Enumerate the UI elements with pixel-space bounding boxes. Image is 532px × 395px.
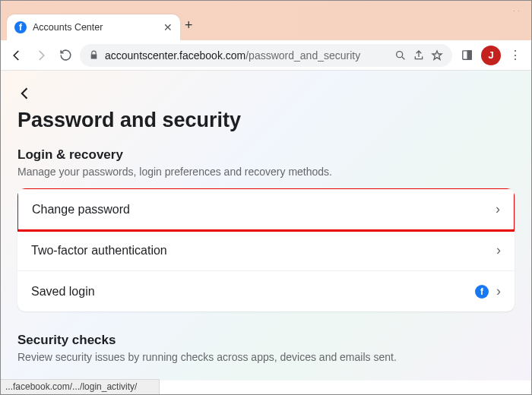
extensions-icon[interactable] <box>457 46 477 65</box>
chevron-right-icon: › <box>496 242 501 258</box>
row-label: Two-factor authentication <box>31 244 167 258</box>
section-desc-security-checks: Review security issues by running checks… <box>17 351 515 363</box>
browser-toolbar: accountscenter.facebook.com/password_and… <box>1 40 531 71</box>
close-tab-icon[interactable]: ✕ <box>163 21 173 33</box>
facebook-favicon: f <box>14 21 27 33</box>
new-tab-button[interactable]: + <box>185 17 193 33</box>
row-label: Change password <box>32 203 130 216</box>
svg-point-0 <box>397 51 403 57</box>
chevron-right-icon: › <box>496 201 500 217</box>
reload-button[interactable] <box>55 46 75 65</box>
back-chevron-icon[interactable] <box>17 86 33 101</box>
back-button[interactable] <box>7 46 27 65</box>
profile-avatar[interactable]: J <box>481 46 501 65</box>
page-content: Password and security Login & recovery M… <box>1 71 531 381</box>
forward-button <box>31 46 51 65</box>
section-desc-login-recovery: Manage your passwords, login preferences… <box>17 166 515 178</box>
status-bar: ...facebook.com/.../login_activity/ <box>1 379 160 394</box>
row-two-factor[interactable]: Two-factor authentication › <box>17 230 515 271</box>
section-title-login-recovery: Login & recovery <box>17 147 515 163</box>
login-recovery-card: Change password › Two-factor authenticat… <box>17 188 515 311</box>
menu-kebab-icon[interactable]: ⋮ <box>505 46 525 65</box>
facebook-icon: f <box>475 285 489 299</box>
browser-tab[interactable]: f Accounts Center ✕ <box>7 14 180 40</box>
tab-title: Accounts Center <box>33 22 157 33</box>
section-title-security-checks: Security checks <box>17 333 515 348</box>
lock-icon <box>89 50 99 60</box>
page-title: Password and security <box>17 109 515 132</box>
chevron-right-icon: › <box>496 283 501 299</box>
row-label: Saved login <box>31 285 95 299</box>
address-bar[interactable]: accountscenter.facebook.com/password_and… <box>80 44 452 67</box>
row-change-password[interactable]: Change password › <box>18 189 514 229</box>
row-saved-login[interactable]: Saved login f › <box>17 271 515 311</box>
tab-strip: f Accounts Center ✕ + <box>1 11 531 40</box>
search-icon[interactable] <box>394 49 407 62</box>
bookmark-star-icon[interactable] <box>431 49 443 62</box>
share-icon[interactable] <box>413 49 425 62</box>
url-text: accountscenter.facebook.com/password_and… <box>105 49 388 62</box>
svg-rect-2 <box>467 51 471 59</box>
